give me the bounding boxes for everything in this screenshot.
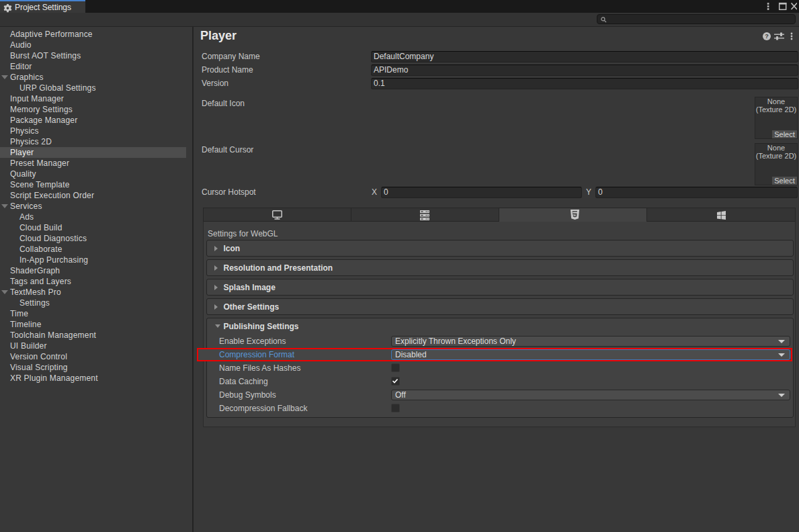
svg-text:?: ?	[765, 33, 769, 40]
